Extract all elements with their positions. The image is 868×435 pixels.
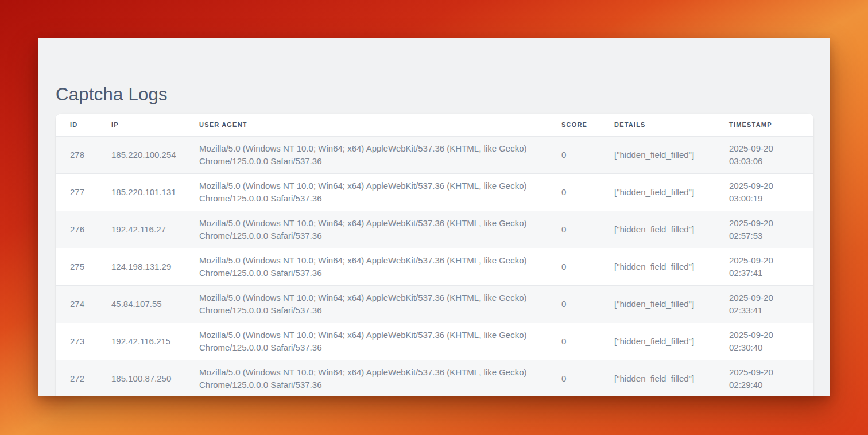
cell-user-agent: Mozilla/5.0 (Windows NT 10.0; Win64; x64…: [199, 136, 561, 173]
cell-score: 0: [561, 248, 614, 285]
cell-id: 276: [56, 211, 111, 248]
cell-score: 0: [561, 285, 614, 323]
cell-id: 278: [56, 136, 111, 173]
table-row: 278 185.220.100.254 Mozilla/5.0 (Windows…: [56, 136, 813, 173]
table-row: 277 185.220.101.131 Mozilla/5.0 (Windows…: [56, 173, 813, 211]
desktop-background: { "page": { "title": "Captcha Logs" }, "…: [0, 0, 868, 435]
table-header: ID IP USER AGENT SCORE DETAILS TIMESTAMP: [56, 114, 813, 136]
cell-score: 0: [561, 360, 614, 396]
cell-timestamp: 2025-09-20 02:57:53: [729, 211, 813, 248]
cell-timestamp: 2025-09-20 02:37:41: [729, 248, 813, 285]
cell-user-agent: Mozilla/5.0 (Windows NT 10.0; Win64; x64…: [199, 360, 561, 396]
cell-ip: 185.220.101.131: [111, 173, 199, 211]
cell-details: ["hidden_field_filled"]: [614, 248, 729, 285]
cell-ip: 185.220.100.254: [111, 136, 199, 173]
cell-details: ["hidden_field_filled"]: [614, 360, 729, 396]
cell-user-agent: Mozilla/5.0 (Windows NT 10.0; Win64; x64…: [199, 211, 561, 248]
cell-score: 0: [561, 211, 614, 248]
cell-timestamp: 2025-09-20 02:33:41: [729, 285, 813, 323]
cell-id: 275: [56, 248, 111, 285]
page-title: Captcha Logs: [56, 84, 168, 105]
cell-ip: 124.198.131.29: [111, 248, 199, 285]
cell-timestamp: 2025-09-20 02:30:40: [729, 323, 813, 360]
column-header-details: DETAILS: [614, 114, 729, 136]
cell-score: 0: [561, 173, 614, 211]
cell-timestamp: 2025-09-20 03:00:19: [729, 173, 813, 211]
table-row: 272 185.100.87.250 Mozilla/5.0 (Windows …: [56, 360, 813, 396]
cell-id: 272: [56, 360, 111, 396]
table-row: 274 45.84.107.55 Mozilla/5.0 (Windows NT…: [56, 285, 813, 323]
cell-score: 0: [561, 323, 614, 360]
cell-id: 277: [56, 173, 111, 211]
column-header-user-agent: USER AGENT: [199, 114, 561, 136]
cell-user-agent: Mozilla/5.0 (Windows NT 10.0; Win64; x64…: [199, 285, 561, 323]
cell-details: ["hidden_field_filled"]: [614, 323, 729, 360]
table-row: 273 192.42.116.215 Mozilla/5.0 (Windows …: [56, 323, 813, 360]
cell-id: 274: [56, 285, 111, 323]
cell-details: ["hidden_field_filled"]: [614, 173, 729, 211]
column-header-id: ID: [56, 114, 111, 136]
cell-timestamp: 2025-09-20 02:29:40: [729, 360, 813, 396]
captcha-logs-card: Captcha Logs ID IP USER AGENT SCORE DETA…: [38, 38, 830, 396]
cell-details: ["hidden_field_filled"]: [614, 136, 729, 173]
column-header-score: SCORE: [561, 114, 614, 136]
cell-details: ["hidden_field_filled"]: [614, 285, 729, 323]
cell-ip: 192.42.116.215: [111, 323, 199, 360]
cell-user-agent: Mozilla/5.0 (Windows NT 10.0; Win64; x64…: [199, 248, 561, 285]
cell-details: ["hidden_field_filled"]: [614, 211, 729, 248]
cell-id: 273: [56, 323, 111, 360]
cell-user-agent: Mozilla/5.0 (Windows NT 10.0; Win64; x64…: [199, 173, 561, 211]
cell-ip: 45.84.107.55: [111, 285, 199, 323]
cell-ip: 192.42.116.27: [111, 211, 199, 248]
table-body: 278 185.220.100.254 Mozilla/5.0 (Windows…: [56, 136, 813, 396]
cell-timestamp: 2025-09-20 03:03:06: [729, 136, 813, 173]
table-row: 276 192.42.116.27 Mozilla/5.0 (Windows N…: [56, 211, 813, 248]
captcha-logs-table: ID IP USER AGENT SCORE DETAILS TIMESTAMP…: [56, 114, 813, 396]
cell-score: 0: [561, 136, 614, 173]
column-header-timestamp: TIMESTAMP: [729, 114, 813, 136]
table-header-row: ID IP USER AGENT SCORE DETAILS TIMESTAMP: [56, 114, 813, 136]
cell-user-agent: Mozilla/5.0 (Windows NT 10.0; Win64; x64…: [199, 323, 561, 360]
table-row: 275 124.198.131.29 Mozilla/5.0 (Windows …: [56, 248, 813, 285]
cell-ip: 185.100.87.250: [111, 360, 199, 396]
captcha-logs-table-container: ID IP USER AGENT SCORE DETAILS TIMESTAMP…: [56, 114, 813, 396]
column-header-ip: IP: [111, 114, 199, 136]
